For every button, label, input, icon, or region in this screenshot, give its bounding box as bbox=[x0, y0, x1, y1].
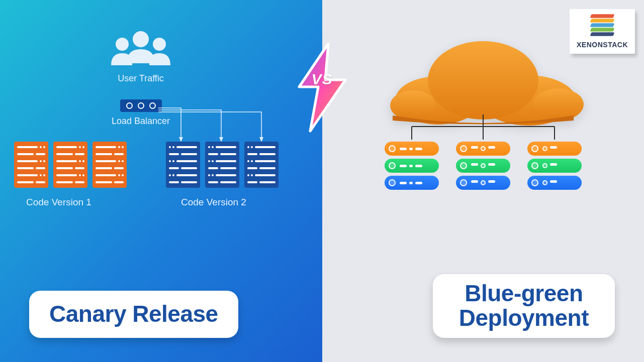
server-icon bbox=[93, 142, 127, 188]
vs-badge: VS bbox=[287, 43, 357, 135]
rack-strip-green bbox=[456, 159, 510, 173]
rack bbox=[456, 142, 510, 190]
svg-point-7 bbox=[533, 88, 584, 120]
xenonstack-logo-icon bbox=[577, 15, 628, 38]
svg-point-1 bbox=[116, 38, 129, 51]
server-icon bbox=[166, 142, 200, 188]
rack-strip-green bbox=[527, 159, 582, 173]
load-balancer-label: Load Balancer bbox=[108, 116, 173, 127]
svg-point-6 bbox=[390, 90, 435, 120]
svg-point-5 bbox=[428, 41, 538, 119]
server-racks bbox=[385, 142, 582, 190]
canary-title: Canary Release bbox=[49, 302, 218, 327]
code-v1-servers bbox=[14, 142, 127, 188]
diagram-container: User Traffic Load Balancer bbox=[0, 0, 644, 362]
code-v2-label: Code Version 2 bbox=[181, 197, 246, 208]
server-icon bbox=[244, 142, 279, 188]
server-icon bbox=[14, 142, 48, 188]
canary-panel: User Traffic Load Balancer bbox=[0, 0, 322, 362]
user-traffic-label: User Traffic bbox=[101, 73, 181, 84]
cloud-icon bbox=[373, 40, 594, 128]
blue-green-title-line1: Blue-green bbox=[459, 281, 589, 306]
blue-green-title-line2: Deployment bbox=[459, 306, 589, 331]
code-v2-servers bbox=[166, 142, 279, 188]
rack-strip-orange bbox=[385, 142, 439, 156]
blue-green-panel: XENONSTACK bbox=[322, 0, 645, 362]
rack bbox=[385, 142, 439, 190]
rack bbox=[527, 142, 582, 190]
rack-strip-green bbox=[385, 159, 439, 173]
blue-green-title-card: Blue-green Deployment bbox=[433, 274, 615, 338]
canary-title-card: Canary Release bbox=[29, 291, 238, 338]
rack-strip-blue bbox=[385, 176, 439, 190]
rack-strip-orange bbox=[456, 142, 510, 156]
load-balancer-icon bbox=[120, 99, 162, 112]
server-icon bbox=[205, 142, 239, 188]
users-icon bbox=[101, 29, 181, 70]
rack-strip-orange bbox=[527, 142, 582, 156]
code-v1-label: Code Version 1 bbox=[26, 197, 91, 208]
vs-label: VS bbox=[311, 71, 332, 88]
svg-point-0 bbox=[133, 31, 149, 47]
rack-strip-blue bbox=[527, 176, 582, 190]
load-balancer-group: Load Balancer bbox=[108, 99, 173, 127]
server-icon bbox=[53, 142, 87, 188]
rack-strip-blue bbox=[456, 176, 510, 190]
svg-point-2 bbox=[153, 38, 166, 51]
user-traffic-group: User Traffic bbox=[101, 29, 181, 84]
